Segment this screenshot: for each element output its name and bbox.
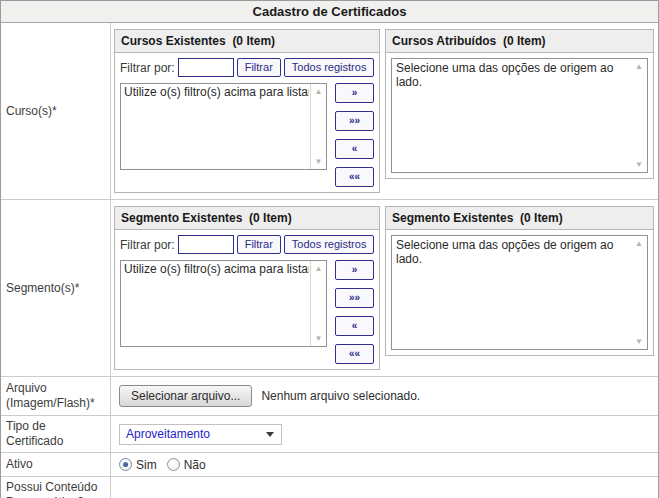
cursos-move-buttons: » »» « «« bbox=[335, 83, 374, 187]
arquivo-label: Arquivo (Imagem/Flash)* bbox=[1, 377, 111, 415]
page-title: Cadastro de Certificados bbox=[1, 1, 658, 23]
cursos-assigned-header: Cursos Atribuídos (0 Item) bbox=[386, 30, 653, 53]
segmentos-filter-row: Filtrar por: Filtrar Todos registros bbox=[120, 235, 374, 254]
choose-file-button[interactable]: Selecionar arquivo... bbox=[119, 385, 252, 407]
cursos-filter-input[interactable] bbox=[178, 58, 234, 77]
cursos-filter-label: Filtrar por: bbox=[120, 61, 175, 75]
scroll-up-icon[interactable]: ▲ bbox=[315, 264, 323, 273]
cursos-move-right-button[interactable]: » bbox=[335, 83, 374, 103]
cursos-move-left-button[interactable]: « bbox=[335, 139, 374, 159]
segmentos-filter-button[interactable]: Filtrar bbox=[237, 235, 281, 254]
row-ativo: Ativo Sim Não bbox=[1, 453, 658, 477]
segmentos-assigned-header: Segmento Existentes (0 Item) bbox=[386, 207, 653, 230]
segmentos-existing-panel: Segmento Existentes (0 Item) Filtrar por… bbox=[114, 206, 380, 370]
cursos-filter-button[interactable]: Filtrar bbox=[237, 58, 281, 77]
conteudo-programatico-label: Possui Conteúdo Programático? ? bbox=[1, 477, 111, 498]
scroll-down-icon[interactable]: ▼ bbox=[315, 334, 323, 343]
segmentos-assigned-list-placeholder: Selecione uma das opções de origem ao la… bbox=[392, 236, 647, 268]
segmentos-content: Segmento Existentes (0 Item) Filtrar por… bbox=[111, 200, 658, 376]
segmentos-existing-scrollbar[interactable]: ▲ ▼ bbox=[310, 261, 326, 346]
cursos-existing-header: Cursos Existentes (0 Item) bbox=[115, 30, 379, 53]
scroll-up-icon[interactable]: ▲ bbox=[635, 62, 643, 71]
segmentos-all-records-button[interactable]: Todos registros bbox=[284, 235, 375, 254]
row-cursos: Curso(s)* Cursos Existentes (0 Item) Fil… bbox=[1, 23, 658, 200]
cursos-existing-scrollbar[interactable]: ▲ ▼ bbox=[310, 84, 326, 169]
chevron-down-icon bbox=[266, 432, 274, 437]
ativo-radio-sim[interactable]: Sim bbox=[119, 458, 157, 472]
ativo-radio-nao[interactable]: Não bbox=[167, 458, 206, 472]
cursos-existing-listbox[interactable]: Utilize o(s) filtro(s) acima para listar… bbox=[120, 83, 327, 170]
scroll-up-icon[interactable]: ▲ bbox=[635, 239, 643, 248]
cursos-existing-list-placeholder: Utilize o(s) filtro(s) acima para listar… bbox=[121, 84, 309, 100]
segmentos-existing-list-placeholder: Utilize o(s) filtro(s) acima para listar… bbox=[121, 261, 309, 277]
segmentos-assigned-listbox[interactable]: Selecione uma das opções de origem ao la… bbox=[391, 235, 648, 350]
row-conteudo-programatico: Possui Conteúdo Programático? ? Sim Não bbox=[1, 477, 658, 498]
segmentos-assigned-scrollbar[interactable]: ▲ ▼ bbox=[631, 236, 647, 349]
row-tipo-certificado: Tipo de Certificado Aproveitamento bbox=[1, 416, 658, 453]
row-arquivo: Arquivo (Imagem/Flash)* Selecionar arqui… bbox=[1, 377, 658, 416]
tipo-certificado-selected-value: Aproveitamento bbox=[126, 427, 210, 441]
cursos-move-all-right-button[interactable]: »» bbox=[335, 111, 374, 131]
cursos-content: Cursos Existentes (0 Item) Filtrar por: … bbox=[111, 23, 658, 199]
cursos-label: Curso(s)* bbox=[1, 23, 111, 199]
scroll-down-icon[interactable]: ▼ bbox=[635, 160, 643, 169]
scroll-down-icon[interactable]: ▼ bbox=[635, 337, 643, 346]
segmentos-filter-input[interactable] bbox=[178, 235, 234, 254]
cursos-assigned-scrollbar[interactable]: ▲ ▼ bbox=[631, 59, 647, 172]
ativo-radio-group: Sim Não bbox=[119, 458, 206, 472]
segmentos-existing-listbox[interactable]: Utilize o(s) filtro(s) acima para listar… bbox=[120, 260, 327, 347]
ativo-label: Ativo bbox=[1, 453, 111, 476]
cursos-assigned-panel: Cursos Atribuídos (0 Item) Selecione uma… bbox=[385, 29, 654, 179]
certificate-registration-form: Cadastro de Certificados Curso(s)* Curso… bbox=[0, 0, 659, 498]
segmentos-existing-header: Segmento Existentes (0 Item) bbox=[115, 207, 379, 230]
segmentos-move-all-right-button[interactable]: »» bbox=[335, 288, 374, 308]
segmentos-move-left-button[interactable]: « bbox=[335, 316, 374, 336]
cursos-move-all-left-button[interactable]: «« bbox=[335, 167, 374, 187]
scroll-up-icon[interactable]: ▲ bbox=[315, 87, 323, 96]
cursos-existing-panel: Cursos Existentes (0 Item) Filtrar por: … bbox=[114, 29, 380, 193]
segmentos-filter-label: Filtrar por: bbox=[120, 238, 175, 252]
row-segmentos: Segmento(s)* Segmento Existentes (0 Item… bbox=[1, 200, 658, 377]
segmentos-move-all-left-button[interactable]: «« bbox=[335, 344, 374, 364]
segmentos-assigned-panel: Segmento Existentes (0 Item) Selecione u… bbox=[385, 206, 654, 356]
segmentos-label: Segmento(s)* bbox=[1, 200, 111, 376]
tipo-certificado-label: Tipo de Certificado bbox=[1, 416, 111, 452]
cursos-assigned-listbox[interactable]: Selecione uma das opções de origem ao la… bbox=[391, 58, 648, 173]
tipo-certificado-select[interactable]: Aproveitamento bbox=[119, 424, 282, 445]
cursos-all-records-button[interactable]: Todos registros bbox=[284, 58, 375, 77]
cursos-filter-row: Filtrar por: Filtrar Todos registros bbox=[120, 58, 374, 77]
file-status-text: Nenhum arquivo selecionado. bbox=[261, 389, 420, 403]
cursos-assigned-list-placeholder: Selecione uma das opções de origem ao la… bbox=[392, 59, 647, 91]
radio-selected-icon[interactable] bbox=[119, 458, 132, 471]
radio-unselected-icon[interactable] bbox=[167, 458, 180, 471]
segmentos-move-right-button[interactable]: » bbox=[335, 260, 374, 280]
segmentos-move-buttons: » »» « «« bbox=[335, 260, 374, 364]
scroll-down-icon[interactable]: ▼ bbox=[315, 157, 323, 166]
